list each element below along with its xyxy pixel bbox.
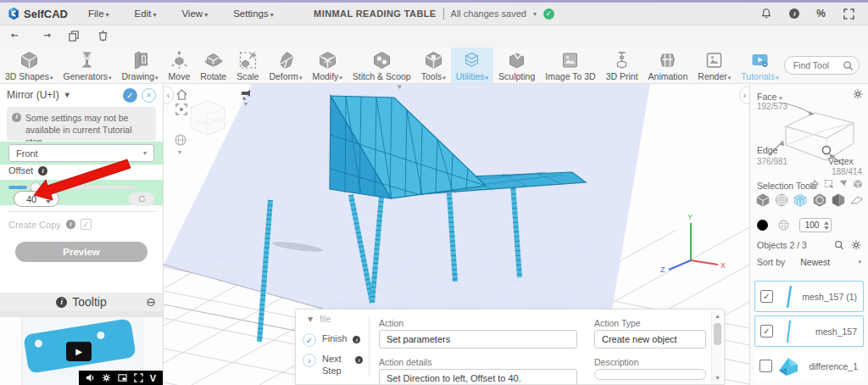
tutorial-step-file[interactable]: ▾ file: [308, 313, 331, 325]
toolbar-item-generators[interactable]: Generators▾: [58, 47, 116, 83]
box-select-icon[interactable]: [824, 179, 834, 189]
objects-gear-icon[interactable]: [851, 240, 861, 250]
toolbar-item-3d-print[interactable]: 3D Print: [601, 47, 643, 83]
tutorial-video-player[interactable]: ▶ V: [0, 311, 163, 385]
home-view-icon[interactable]: [175, 88, 188, 104]
toolbar-item-deform[interactable]: Deform▾: [264, 47, 307, 83]
caret-down-icon[interactable]: ▾: [244, 100, 248, 108]
fullscreen-icon[interactable]: [843, 8, 854, 20]
toolbar-item-tools[interactable]: Tools▾: [416, 47, 451, 83]
toolbar-item-scale[interactable]: Scale: [231, 47, 264, 83]
offset-slider[interactable]: [8, 186, 136, 189]
fit-view-icon[interactable]: [175, 103, 187, 119]
direction-select[interactable]: Front ▾: [8, 144, 154, 162]
find-tool-search[interactable]: [784, 56, 860, 75]
notifications-bell-icon[interactable]: [760, 8, 772, 20]
find-tool-input[interactable]: [793, 60, 843, 70]
reset-button[interactable]: [129, 192, 154, 206]
toolbar-item-rotate[interactable]: Rotate: [195, 47, 231, 83]
toolbar-item-stitch-scoop[interactable]: Stitch & Scoop: [348, 47, 416, 83]
brush-select-icon[interactable]: [838, 179, 849, 189]
toolbar-item-render[interactable]: Render▾: [693, 47, 736, 83]
half-cube-mode-icon[interactable]: [831, 192, 846, 208]
panel-collapse-caret-icon[interactable]: ▼: [64, 91, 71, 99]
redo-icon[interactable]: [39, 30, 53, 43]
apply-button[interactable]: ✓: [123, 88, 137, 103]
scrollbar-thumb[interactable]: [714, 323, 721, 345]
top-panel-handle-icon[interactable]: ▾: [398, 84, 402, 91]
view-cube[interactable]: FRONTRIGHT: [187, 99, 228, 140]
toolbar-item-image-to-3d[interactable]: Image To 3D: [540, 47, 600, 83]
volume-select-icon[interactable]: [853, 179, 863, 189]
tutorial-panel-scrollbar[interactable]: ▲ ▼: [711, 311, 722, 382]
object-list-item-mesh157[interactable]: ✓ mesh_157: [754, 315, 864, 347]
toolbar-item-3d-shapes[interactable]: 3D Shapes▾: [0, 47, 58, 83]
step-down-icon[interactable]: [46, 200, 51, 204]
menu-edit[interactable]: Edit▾: [135, 8, 157, 19]
wireframe-cube-mode-icon[interactable]: [793, 192, 808, 208]
stepper-arrows[interactable]: [46, 195, 51, 204]
tooltip-bar[interactable]: i Tooltip ⊖: [0, 293, 163, 311]
wireframe-sphere-icon[interactable]: [774, 192, 789, 208]
scroll-up-icon[interactable]: ▲: [715, 313, 721, 319]
picture-in-picture-icon[interactable]: [118, 373, 127, 382]
cube-ring-mode-icon[interactable]: [812, 192, 827, 208]
menu-settings[interactable]: Settings▾: [233, 8, 274, 19]
caret-down-icon[interactable]: ▾: [858, 259, 861, 265]
color-swatch[interactable]: [757, 220, 768, 231]
offset-number-input[interactable]: [14, 191, 59, 207]
toolbar-item-utilities[interactable]: Utilities▾: [451, 47, 493, 83]
toolbar-item-modify[interactable]: Modify▾: [307, 47, 347, 83]
tutorial-step-finish[interactable]: ✓ Finish i: [303, 333, 360, 347]
opacity-input[interactable]: [799, 218, 832, 232]
tutorial-step-next[interactable]: › Next Step i: [303, 354, 363, 377]
caret-down-icon: ▾: [155, 75, 159, 81]
visibility-checkbox[interactable]: [760, 360, 772, 372]
vertex-mode-label[interactable]: Vertex: [828, 156, 854, 166]
toolbar-item-move[interactable]: Move: [164, 47, 196, 83]
settings-gear-icon[interactable]: [102, 373, 111, 382]
volume-icon[interactable]: [86, 373, 95, 382]
delete-trash-icon[interactable]: [97, 30, 110, 43]
sort-select[interactable]: Newest: [800, 257, 830, 267]
selfcad-logo[interactable]: SelfCAD: [0, 7, 76, 20]
info-icon[interactable]: i: [789, 8, 799, 19]
toolbar-item-animation[interactable]: Animation: [643, 47, 693, 83]
offset-value-field[interactable]: [19, 194, 43, 204]
undo-icon[interactable]: [10, 30, 24, 43]
texture-sphere-icon[interactable]: [778, 220, 789, 231]
menu-file[interactable]: File▾: [88, 8, 109, 19]
shortcuts-percent-icon[interactable]: %: [816, 8, 826, 20]
scroll-down-icon[interactable]: ▼: [715, 375, 721, 381]
toolbar-item-tutorials[interactable]: Tutorials▾: [736, 47, 783, 83]
perspective-globe-icon[interactable]: [174, 133, 187, 150]
toolbar-item-drawing[interactable]: Drawing▾: [117, 47, 164, 83]
action-field[interactable]: Set parameters: [379, 330, 577, 349]
video-fullscreen-icon[interactable]: [134, 373, 143, 382]
video-play-button[interactable]: ▶: [66, 342, 92, 361]
toolbar-item-sculpting[interactable]: Sculpting: [493, 47, 540, 83]
search-icon[interactable]: [834, 240, 844, 250]
opacity-value-field[interactable]: [803, 220, 821, 230]
preview-button[interactable]: Preview: [15, 242, 147, 262]
visibility-checkbox[interactable]: ✓: [760, 290, 773, 303]
lasso-select-icon[interactable]: [810, 179, 820, 189]
object-list-item-difference1[interactable]: difference_1: [754, 350, 864, 382]
caret-down-icon[interactable]: ▾: [178, 148, 181, 156]
menu-view[interactable]: View▾: [181, 8, 208, 19]
visibility-checkbox[interactable]: ✓: [760, 325, 773, 338]
object-list-item-mesh157-1[interactable]: ✓ mesh_157 (1): [754, 281, 864, 312]
action-type-field[interactable]: Create new object: [594, 330, 706, 349]
step-up-icon[interactable]: [46, 195, 51, 198]
plane-mode-icon[interactable]: [849, 192, 865, 208]
vimeo-logo-icon[interactable]: V: [150, 373, 156, 383]
cancel-button[interactable]: ×: [142, 88, 156, 103]
action-details-field[interactable]: Set Direction to left, Offset to 40.: [379, 369, 577, 385]
collapse-minus-icon[interactable]: ⊖: [146, 295, 156, 309]
copy-icon[interactable]: [68, 30, 81, 43]
edge-mode-label[interactable]: Edge: [757, 145, 778, 155]
solid-mode-icon[interactable]: [755, 192, 771, 208]
description-field[interactable]: [594, 369, 706, 380]
create-copy-checkbox[interactable]: ✓: [81, 219, 92, 230]
stepper-arrows[interactable]: [824, 221, 829, 230]
